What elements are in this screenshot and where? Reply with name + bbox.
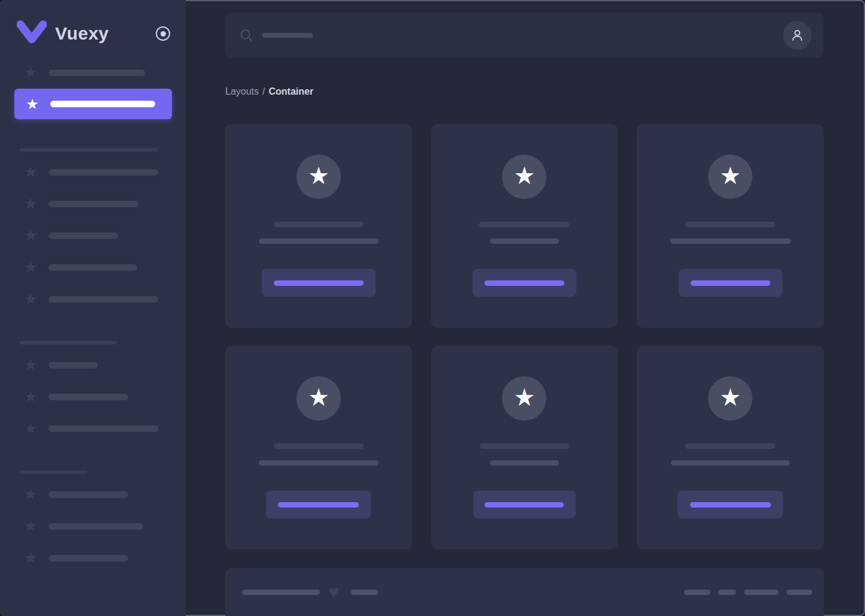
star-icon: ★ [23, 197, 38, 211]
footer-link-skeleton [718, 590, 736, 595]
skeleton-bar [49, 296, 158, 303]
skeleton-bar [49, 491, 128, 498]
star-icon: ★ [23, 260, 38, 274]
placeholder-card: ★ [431, 346, 618, 549]
placeholder-card: ★ [637, 124, 824, 328]
section-header-skeleton [20, 341, 117, 345]
sidebar: Vuexy ★ ★ ★ ★ [0, 0, 186, 616]
section-header-skeleton [20, 470, 87, 474]
star-icon: ★ [23, 165, 38, 179]
star-icon: ★ [23, 551, 38, 565]
footer-text-skeleton [351, 590, 378, 595]
section-header-skeleton [20, 148, 158, 152]
button-label-skeleton [690, 502, 771, 508]
star-icon: ★ [23, 421, 38, 436]
skeleton-subtitle-bar [671, 460, 790, 466]
sidebar-pin-toggle[interactable] [156, 26, 170, 41]
search-placeholder-skeleton [262, 33, 313, 38]
star-icon: ★ [514, 385, 536, 409]
placeholder-card: ★ [637, 346, 824, 549]
skeleton-bar [49, 169, 158, 176]
sidebar-item[interactable]: ★ [0, 481, 186, 508]
heart-icon: ♥ [328, 583, 339, 601]
button-label-skeleton [274, 280, 364, 286]
footer-link-skeleton [787, 590, 812, 595]
star-icon: ★ [23, 292, 38, 306]
star-icon: ★ [23, 358, 38, 372]
card-avatar-circle: ★ [502, 155, 546, 199]
app-window: Vuexy ★ ★ ★ ★ [0, 0, 865, 616]
skeleton-bar [49, 70, 145, 76]
breadcrumb: Layouts/Container [225, 86, 824, 97]
breadcrumb-parent-link[interactable]: Layouts [225, 86, 259, 96]
star-icon: ★ [23, 228, 38, 243]
sidebar-item[interactable]: ★ [0, 384, 186, 410]
star-icon: ★ [23, 519, 38, 533]
skeleton-bar [49, 555, 128, 561]
skeleton-title-bar [480, 443, 569, 449]
search-input[interactable] [225, 13, 824, 58]
sidebar-item[interactable]: ★ [0, 513, 186, 539]
sidebar-item-placeholder[interactable]: ★ [0, 59, 186, 86]
footer-text-skeleton [242, 590, 320, 595]
skeleton-subtitle-bar [670, 238, 791, 244]
footer-right [684, 584, 812, 600]
skeleton-bar [49, 523, 143, 530]
button-label-skeleton [278, 502, 359, 508]
button-label-skeleton [691, 280, 770, 286]
app-title: Vuexy [55, 23, 109, 44]
skeleton-title-bar [274, 443, 364, 449]
star-icon: ★ [25, 97, 40, 111]
skeleton-bar [49, 232, 118, 239]
star-icon: ★ [514, 164, 536, 188]
sidebar-nav: ★ ★ ★ ★ ★ ★ [0, 59, 186, 571]
skeleton-bar [49, 362, 98, 369]
logo-row: Vuexy [17, 19, 170, 48]
star-icon: ★ [308, 164, 329, 188]
skeleton-title-bar [274, 222, 364, 227]
star-icon: ★ [308, 385, 329, 409]
radio-dot-icon [161, 31, 166, 37]
card-avatar-circle: ★ [708, 155, 752, 199]
footer-card: ♥ [225, 568, 824, 616]
vuexy-logo-icon [17, 20, 47, 47]
card-action-button[interactable] [473, 269, 576, 297]
skeleton-title-bar [685, 443, 775, 449]
placeholder-card: ★ [431, 124, 618, 328]
footer-left: ♥ [242, 584, 378, 600]
skeleton-subtitle-bar [259, 460, 379, 466]
card-action-button[interactable] [266, 491, 371, 518]
main-content: Layouts/Container ★ ★ [186, 0, 865, 616]
button-label-skeleton [485, 502, 564, 508]
star-icon: ★ [23, 65, 38, 80]
card-avatar-circle: ★ [297, 155, 341, 199]
sidebar-item[interactable]: ★ [0, 415, 186, 442]
sidebar-item[interactable]: ★ [0, 222, 186, 249]
card-action-button[interactable] [678, 491, 783, 518]
star-icon: ★ [719, 164, 741, 188]
card-action-button[interactable] [679, 269, 782, 297]
breadcrumb-current: Container [269, 86, 314, 96]
placeholder-card: ★ [225, 346, 412, 549]
footer-link-skeleton [744, 590, 779, 595]
sidebar-item[interactable]: ★ [0, 545, 186, 571]
skeleton-bar [49, 425, 159, 432]
card-action-button[interactable] [262, 269, 376, 297]
user-avatar[interactable] [783, 21, 812, 50]
breadcrumb-separator: / [262, 86, 265, 96]
sidebar-item-active[interactable]: ★ [14, 89, 172, 119]
sidebar-item[interactable]: ★ [0, 191, 186, 217]
user-icon [790, 28, 804, 43]
card-action-button[interactable] [473, 491, 576, 518]
sidebar-item[interactable]: ★ [0, 286, 186, 312]
sidebar-item[interactable]: ★ [0, 254, 186, 280]
card-avatar-circle: ★ [297, 376, 341, 421]
star-icon: ★ [719, 385, 741, 409]
sidebar-item[interactable]: ★ [0, 159, 186, 185]
sidebar-item[interactable]: ★ [0, 352, 186, 378]
skeleton-title-bar [479, 222, 569, 227]
card-avatar-circle: ★ [708, 376, 752, 421]
skeleton-bar [50, 101, 155, 107]
skeleton-bar [49, 201, 138, 207]
card-avatar-circle: ★ [502, 376, 546, 421]
